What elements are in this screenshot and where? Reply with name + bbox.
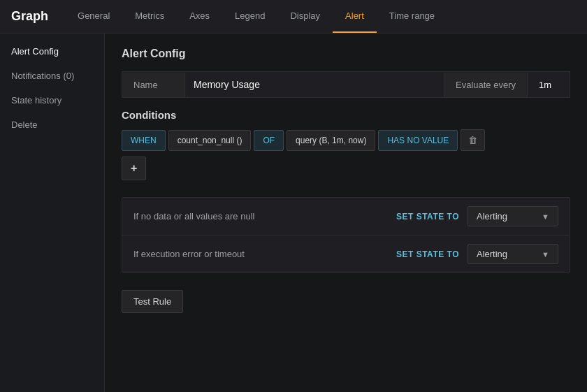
sidebar-item-notifications[interactable]: Notifications (0) bbox=[0, 64, 104, 88]
state-condition-0: If no data or all values are null bbox=[133, 211, 396, 222]
app-title: Graph bbox=[11, 9, 48, 24]
tab-legend[interactable]: Legend bbox=[222, 0, 277, 33]
state-select-text-1: Alerting bbox=[477, 249, 507, 259]
tab-axes[interactable]: Axes bbox=[177, 0, 222, 33]
state-select-0[interactable]: Alerting ▼ bbox=[468, 206, 558, 226]
add-condition-row: + bbox=[122, 157, 570, 180]
set-state-label-1: SET STATE TO bbox=[396, 249, 459, 259]
when-label[interactable]: WHEN bbox=[122, 130, 166, 151]
tab-display[interactable]: Display bbox=[277, 0, 333, 33]
evaluate-label: Evaluate every bbox=[444, 73, 528, 97]
sidebar-item-state-history[interactable]: State history bbox=[0, 88, 104, 112]
chevron-down-icon-1: ▼ bbox=[542, 250, 549, 259]
top-bar: Graph General Metrics Axes Legend Displa… bbox=[0, 0, 587, 34]
main-layout: Alert Config Notifications (0) State his… bbox=[0, 34, 587, 392]
test-rule-button[interactable]: Test Rule bbox=[122, 290, 183, 313]
tab-alert[interactable]: Alert bbox=[333, 0, 377, 33]
query-selector[interactable]: query (B, 1m, now) bbox=[287, 130, 375, 151]
sidebar: Alert Config Notifications (0) State his… bbox=[0, 34, 105, 392]
add-condition-button[interactable]: + bbox=[122, 157, 146, 180]
alert-name-input[interactable] bbox=[185, 72, 444, 97]
state-select-1[interactable]: Alerting ▼ bbox=[468, 244, 558, 264]
tab-general[interactable]: General bbox=[65, 0, 122, 33]
state-row-0: If no data or all values are null SET ST… bbox=[122, 198, 570, 235]
state-select-text-0: Alerting bbox=[477, 211, 507, 222]
state-row-1: If execution error or timeout SET STATE … bbox=[122, 235, 570, 273]
chevron-down-icon-0: ▼ bbox=[542, 212, 549, 221]
alert-config-row: Name Evaluate every 1m bbox=[122, 71, 570, 98]
state-rows: If no data or all values are null SET ST… bbox=[122, 197, 570, 273]
comparator-selector[interactable]: HAS NO VALUE bbox=[378, 130, 458, 151]
condition-row: WHEN count_non_null () OF query (B, 1m, … bbox=[122, 129, 570, 151]
evaluate-value: 1m bbox=[528, 73, 570, 97]
delete-condition-button[interactable]: 🗑 bbox=[461, 129, 485, 151]
state-condition-1: If execution error or timeout bbox=[133, 249, 396, 259]
conditions-title: Conditions bbox=[122, 109, 570, 121]
set-state-label-0: SET STATE TO bbox=[396, 212, 459, 222]
function-selector[interactable]: count_non_null () bbox=[168, 130, 252, 151]
tab-metrics[interactable]: Metrics bbox=[122, 0, 177, 33]
of-label: OF bbox=[254, 130, 284, 151]
name-label: Name bbox=[122, 73, 185, 97]
nav-tabs: General Metrics Axes Legend Display Aler… bbox=[65, 0, 447, 33]
tab-time-range[interactable]: Time range bbox=[377, 0, 447, 33]
main-content: Alert Config Name Evaluate every 1m Cond… bbox=[105, 34, 587, 392]
alert-config-title: Alert Config bbox=[122, 48, 570, 60]
sidebar-item-delete[interactable]: Delete bbox=[0, 112, 104, 137]
sidebar-item-alert-config[interactable]: Alert Config bbox=[0, 39, 104, 64]
